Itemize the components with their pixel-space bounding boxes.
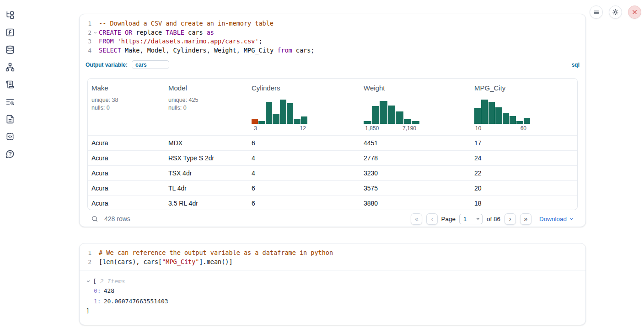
column-name: Cylinders [252,84,356,92]
item-index: 0: [94,287,101,294]
table-cell: 3880 [360,200,471,207]
histogram-bar[interactable] [503,113,509,124]
table-cell: MDX [165,139,248,147]
histogram-bar[interactable] [287,103,293,124]
code-snippet-icon [5,132,15,141]
sidebar-item-variables[interactable] [5,27,15,37]
axis-label: 3 [254,125,257,132]
collapse-chevron-icon[interactable] [86,279,91,284]
code-line[interactable]: 1-- Download a CSV and create an in-memo… [80,19,581,28]
python-code-editor[interactable]: 1# We can reference the output variable … [80,243,585,270]
line-number: 4 [80,46,91,55]
table-cell: 6 [248,139,360,147]
histogram-bar[interactable] [474,108,481,124]
histogram-bar[interactable] [388,106,396,124]
histogram-bar[interactable] [252,119,258,124]
histogram-bar[interactable] [524,118,530,124]
item-value: 428 [104,287,114,294]
code-line[interactable]: 3FROM 'https://datasets.marimo.app/cars.… [80,37,581,46]
sidebar-item-file-explorer[interactable] [5,10,15,20]
column-header[interactable]: MPG_City1060 [471,79,577,135]
shutdown-button[interactable] [628,5,641,19]
code-line[interactable]: 4SELECT Make, Model, Cylinders, Weight, … [80,46,581,55]
table-row[interactable]: AcuraRSX Type S 2dr4277824 [88,150,577,165]
histogram-bar[interactable] [488,102,495,124]
output-list-header[interactable]: [ 2 Items [86,278,585,285]
table-cell: 4 [248,154,360,162]
next-page-button[interactable]: › [504,213,516,225]
sidebar [4,10,16,159]
download-label: Download [539,216,567,222]
output-list-item: 0:428 [94,286,585,296]
histogram-bar[interactable] [380,101,387,124]
table-row[interactable]: Acura3.5 RL 4dr6388018 [88,196,577,210]
histogram-bar[interactable] [266,102,272,124]
column-header[interactable]: Cylinders312 [248,79,360,135]
histogram-bar[interactable] [516,121,523,124]
histogram-bar[interactable] [412,121,419,124]
column-header[interactable]: Modelunique: 425nulls: 0 [165,79,248,135]
menu-button[interactable] [590,5,603,19]
sidebar-item-documentation[interactable] [5,114,15,124]
histogram-bar[interactable] [510,116,516,124]
database-icon [5,45,15,54]
first-page-button[interactable]: « [411,213,422,225]
histogram-bar[interactable] [481,100,488,124]
sidebar-item-datasources[interactable] [5,45,15,55]
search-icon[interactable] [91,215,98,222]
sql-code-editor[interactable]: 1-- Download a CSV and create an in-memo… [80,14,585,58]
line-number: 1 [80,19,91,28]
sidebar-item-scratchpad[interactable] [5,79,15,90]
histogram-bar[interactable] [404,119,412,124]
histogram-bars [474,100,530,124]
column-header[interactable]: Makeunique: 38nulls: 0 [88,79,165,135]
table-cell: TSX 4dr [165,169,248,177]
settings-button[interactable] [609,5,622,19]
python-output: [ 2 Items 0:4281:20.060747663551403 ] [80,270,585,315]
histogram-bar[interactable] [372,106,380,124]
histogram-bar[interactable] [364,121,371,124]
fold-gutter [91,248,99,258]
code-line[interactable]: 2[len(cars), cars["MPG_City"].mean()] [80,258,581,267]
histogram-bar[interactable] [301,116,307,124]
fold-chevron-icon[interactable] [91,28,99,37]
table-cell: 6 [248,200,360,207]
table-cell: 17 [471,139,577,147]
table-row[interactable]: AcuraTL 4dr6357520 [88,180,577,196]
sidebar-item-logs[interactable] [5,97,15,107]
histogram-bar[interactable] [280,100,286,124]
output-list-item: 1:20.060747663551403 [94,296,585,307]
table-cell: 24 [471,154,577,162]
code-line[interactable]: 2CREATE OR replace TABLE cars as [80,28,581,37]
code-line[interactable]: 1# We can reference the output variable … [80,248,581,258]
histogram-bars [252,100,307,124]
page-select-value: 1 [463,216,467,222]
histogram-bar[interactable] [273,114,279,124]
table-cell: 3230 [360,169,471,177]
table-cell: 3575 [360,185,471,192]
last-page-button[interactable]: » [520,213,531,225]
sidebar-item-help[interactable] [5,149,15,159]
table-row[interactable]: AcuraMDX6445117 [88,135,577,150]
histogram-bar[interactable] [396,111,403,124]
table-row[interactable]: AcuraTSX 4dr4323022 [88,165,577,180]
network-icon [5,63,15,72]
sidebar-item-dependencies[interactable] [5,62,15,72]
table-cell: Acura [88,185,165,192]
column-name: Model [168,84,244,92]
histogram-axis: 1,8507,190 [364,124,419,131]
table-header: Makeunique: 38nulls: 0Modelunique: 425nu… [88,79,577,135]
sidebar-item-snippets[interactable] [5,132,15,142]
previous-page-button[interactable]: ‹ [426,213,438,225]
text-search-icon [5,97,15,106]
output-variable-input[interactable] [132,60,169,69]
sql-cell: 1-- Download a CSV and create an in-memo… [79,14,586,227]
histogram-bar[interactable] [495,107,502,124]
row-count: 428 rows [104,215,130,222]
page-select[interactable]: 1 [459,214,483,224]
histogram-bar[interactable] [294,119,300,124]
column-header[interactable]: Weight1,8507,190 [360,79,471,135]
close-icon [632,9,638,15]
download-button[interactable]: Download [539,216,574,222]
axis-label: 60 [521,125,526,132]
